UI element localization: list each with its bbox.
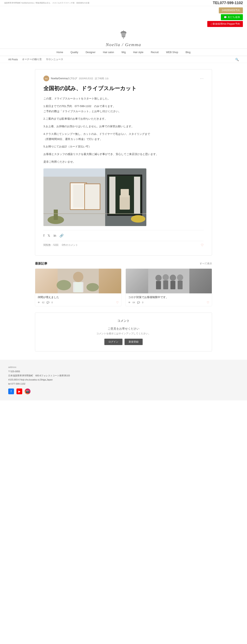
nav-designer[interactable]: Designer — [82, 49, 99, 56]
like-button-2[interactable]: ♡ — [207, 301, 209, 304]
nav-home[interactable]: Home — [53, 49, 67, 56]
comment-section-title: コメント — [44, 319, 204, 323]
author-name: Noella/Gemmaのブログ — [51, 77, 77, 80]
post-title: 全国初の試み、ドライブスルーカット — [44, 84, 204, 92]
comment-action-buttons: ログイン 新規登録 — [44, 339, 204, 345]
logo: Noella / Gemma — [0, 30, 247, 47]
hotpepper-button[interactable]: ご新規様用Hot Pepper予約 — [207, 21, 243, 27]
recent-post-card-1: 仲間が増えました 👁 62 💬 0 ♡ — [35, 268, 122, 306]
line-add-button[interactable]: 💬 友だち追加 — [221, 14, 243, 20]
nav-hair-salon[interactable]: Hair salon — [99, 49, 118, 56]
svg-rect-19 — [120, 189, 129, 197]
social-links: f ▶ 📷 — [8, 388, 239, 394]
post-paragraph-7: お客様とスタッフの感染リスクを最大限に減らす事ができ、安心してご来店頂けると思い… — [44, 152, 204, 157]
web-reservation-button[interactable]: 24時間WEB予約 — [219, 8, 243, 14]
svg-text:NG: NG — [45, 78, 48, 80]
svg-rect-30 — [148, 269, 189, 294]
footer: address 〒525-0055 日本滋賀県草津市野路町 683-6フォレスト… — [0, 360, 247, 400]
post-paragraph-8: 是非ご利用くださいませ。 — [44, 159, 204, 164]
post-read-time: 読了時間: 1分 — [95, 77, 109, 80]
svg-point-33 — [162, 274, 169, 280]
like-button[interactable]: ♡ — [201, 243, 204, 247]
nav-recruit[interactable]: Recruit — [147, 49, 162, 56]
top-bar: 滋賀県草津市野路町 Noella/Gemma｜明仮承髪型お任も スタイルのラフス… — [0, 0, 247, 6]
footer-address: 〒525-0055 日本滋賀県草津市野路町 683-6フォレストコート南草津10… — [8, 370, 239, 386]
linkedin-share-icon[interactable]: in — [54, 234, 56, 238]
comments-icon-1: 💬 — [46, 301, 50, 304]
see-all-button[interactable]: すべて表示 — [200, 262, 212, 266]
copy-link-icon[interactable]: 🔗 — [60, 234, 64, 238]
svg-rect-17 — [84, 184, 100, 210]
svg-rect-21 — [54, 210, 58, 220]
svg-rect-36 — [170, 281, 175, 289]
svg-point-3 — [122, 36, 125, 38]
views-icon-2: 👁 — [128, 301, 130, 304]
facebook-share-icon[interactable]: f — [44, 234, 44, 238]
post-body: この度、ドライブスルーカットをスタート致しました。 1.前日まででのTEL予約 … — [44, 96, 204, 164]
nav-hair-style[interactable]: Hair style — [130, 49, 147, 56]
recent-post-stats-2: 👁 64 💬 0 ♡ — [128, 301, 209, 304]
comment-count: 0件のコメント — [62, 243, 78, 247]
post-paragraph-4: 3.お上着、お持物のお預かりはいたしません。お車での保管お願いします。 — [44, 124, 204, 129]
search-icon[interactable]: 🔍 — [235, 58, 239, 61]
main-nav: Home Quality Designer Hair salon Wig Hai… — [0, 48, 247, 56]
top-bar-info: 滋賀県草津市野路町 Noella/Gemma｜明仮承髪型お任も スタイルのラフス… — [4, 2, 89, 4]
youtube-icon[interactable]: ▶ — [16, 388, 22, 394]
logo-text: Noella / Gemma — [106, 42, 141, 47]
footer-tel: tel 077-599-1102 — [8, 382, 239, 386]
register-button[interactable]: 新規登録 — [124, 339, 143, 345]
recent-posts-header: 最新記事 すべて表示 — [35, 262, 212, 266]
header: Noella / Gemma — [0, 28, 247, 48]
login-button[interactable]: ログイン — [104, 339, 122, 345]
svg-rect-27 — [74, 282, 82, 292]
nav-quality[interactable]: Quality — [67, 49, 82, 56]
line-icon: 💬 — [224, 16, 227, 19]
recent-post-title-1: 仲間が増えました — [38, 296, 119, 299]
post-paragraph-1: この度、ドライブスルーカットをスタート致しました。 — [44, 96, 204, 101]
svg-rect-14 — [134, 177, 140, 214]
breadcrumb: All Posts オーナーの独り言 サロンニュース 🔍 — [0, 56, 247, 63]
footer-address-ja: 日本滋賀県草津市野路町 683-6フォレストコート南草津103 — [8, 374, 239, 378]
view-count: 閲覧数：52回 — [44, 243, 58, 247]
nav-web-shop[interactable]: WEB Shop — [162, 49, 182, 56]
svg-rect-34 — [163, 280, 168, 289]
recent-post-title-2: コロナ対策でお客様制限中です。 — [128, 296, 209, 299]
like-button-1[interactable]: ♡ — [116, 301, 119, 304]
nav-wig[interactable]: Wig — [118, 49, 130, 56]
post-stats: 閲覧数：52回 0件のコメント ♡ — [44, 241, 204, 249]
svg-point-28 — [56, 280, 71, 290]
comment-section: コメント ご意見をお寄せください コメントを残すにはサインアップしてください。 … — [35, 312, 212, 352]
post-card: NG Noella/Gemmaのブログ 2020年5月3日 読了時間: 1分 ⋯… — [35, 69, 212, 256]
breadcrumb-owners-blog[interactable]: オーナーの独り言 — [22, 58, 42, 61]
svg-point-25 — [73, 272, 83, 282]
main-content: NG Noella/Gemmaのブログ 2020年5月3日 読了時間: 1分 ⋯… — [31, 69, 216, 352]
post-paragraph-3: 2.ご案内までは駐車場のお車でお待ちいただきます。 — [44, 116, 204, 122]
svg-rect-18 — [120, 195, 130, 210]
views-icon-1: 👁 — [38, 301, 40, 304]
svg-point-37 — [177, 274, 183, 280]
svg-rect-16 — [73, 185, 84, 208]
post-date: 2020年5月3日 — [79, 77, 93, 80]
recent-posts-section: 最新記事 すべて表示 — [35, 262, 212, 306]
phone-number: TEL077-599-1102 — [213, 1, 243, 5]
instagram-icon[interactable]: 📷 — [25, 388, 30, 394]
recent-post-thumbnail-1 — [35, 269, 121, 294]
recent-post-thumbnail-2 — [126, 269, 212, 294]
svg-point-31 — [156, 275, 162, 281]
post-paragraph-5: 4.テラス席にてシャンプー無し、カットのみ、ドライヤーで毛はらい、スタイリングま… — [44, 132, 204, 142]
footer-address-label: address — [8, 366, 239, 368]
twitter-share-icon[interactable]: 𝕏 — [48, 234, 50, 238]
breadcrumb-salon-news[interactable]: サロンニュース — [46, 58, 63, 61]
recent-posts-title: 最新記事 — [35, 262, 47, 266]
breadcrumb-all-posts[interactable]: All Posts — [8, 58, 18, 61]
nav-blog[interactable]: Blog — [182, 49, 194, 56]
facebook-icon[interactable]: f — [8, 388, 14, 394]
more-options-icon[interactable]: ⋯ — [200, 76, 204, 81]
share-bar: f 𝕏 in 🔗 — [44, 230, 204, 241]
comment-description: コメントを残すにはサインアップしてください。 — [44, 332, 204, 336]
cta-area: 24時間WEB予約 💬 友だち追加 ご新規様用Hot Pepper予約 — [0, 6, 247, 28]
avatar: NG — [44, 76, 49, 81]
svg-rect-38 — [178, 280, 182, 289]
footer-address-en: #103,683-6 Noji-cho,kusatsu-si,Shiga,Jap… — [8, 378, 239, 382]
svg-rect-13 — [109, 177, 116, 214]
